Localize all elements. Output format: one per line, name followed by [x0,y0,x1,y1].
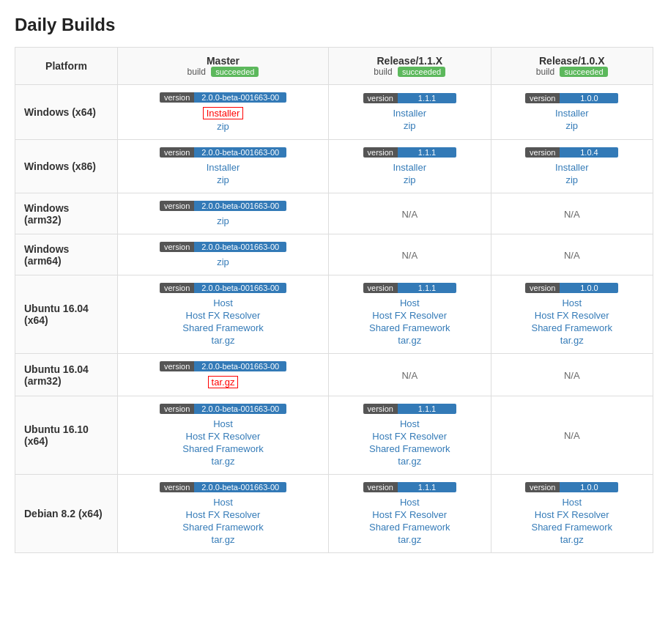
release10x-header: Release/1.0.X build succeeded [491,48,653,85]
download-link[interactable]: Installer [555,162,589,173]
cell-content: version 1.0.4 Installerzip [500,147,645,185]
download-link[interactable]: zip [404,120,416,131]
version-bar: version 2.0.0-beta-001663-00 [160,147,286,158]
download-link[interactable]: zip [217,121,229,132]
download-link[interactable]: zip [404,174,416,185]
links-container: zip [217,215,229,226]
version-label: version [363,147,398,158]
na-label: N/A [401,370,417,381]
version-value: 2.0.0-beta-001663-00 [194,147,286,158]
version-label: version [525,283,560,293]
cell-content: version 2.0.0-beta-001663-00 tar.gz [127,361,319,388]
version-value: 1.0.0 [560,93,618,103]
build-cell: version 2.0.0-beta-001663-00 Installerzi… [118,140,329,193]
links-container: Installerzip [393,162,427,185]
version-bar: version 2.0.0-beta-001663-00 [160,482,286,492]
download-link[interactable]: Host [213,297,233,308]
links-container: tar.gz [208,376,239,388]
release11x-header: Release/1.1.X build succeeded [329,48,491,85]
download-link[interactable]: zip [217,256,229,267]
platform-cell: Debian 8.2 (x64) [15,475,118,553]
platform-cell: Windows (arm32) [15,193,118,234]
na-label: N/A [564,430,580,441]
download-link[interactable]: Host FX Resolver [372,431,447,442]
na-cell: N/A [491,396,653,475]
download-link[interactable]: Host FX Resolver [186,431,261,442]
download-link[interactable]: Host [562,297,582,308]
download-link[interactable]: Installer [393,162,427,173]
download-link[interactable]: tar.gz [208,376,239,388]
cell-content: version 2.0.0-beta-001663-00 HostHost FX… [127,283,319,346]
download-link[interactable]: Host [400,418,420,429]
download-link[interactable]: zip [217,215,229,226]
version-value: 2.0.0-beta-001663-00 [194,283,286,293]
download-link[interactable]: Host FX Resolver [372,509,447,520]
version-label: version [160,147,194,158]
download-link[interactable]: Shared Framework [369,322,450,333]
download-link[interactable]: Host FX Resolver [535,310,609,321]
download-link[interactable]: Shared Framework [531,522,612,533]
download-link[interactable]: tar.gz [212,456,235,467]
download-link[interactable]: Host [400,497,420,508]
links-container: HostHost FX ResolverShared Frameworktar.… [182,297,264,346]
cell-content: version 1.0.0 HostHost FX ResolverShared… [500,482,645,545]
cell-content: version 1.1.1 Installerzip [338,93,481,131]
links-container: Installerzip [203,107,244,132]
download-link[interactable]: tar.gz [212,534,235,545]
download-link[interactable]: Host [400,297,420,308]
links-container: Installerzip [207,162,240,185]
release10x-build-badge: succeeded [560,67,607,77]
links-container: HostHost FX ResolverShared Frameworktar.… [369,297,450,346]
version-value: 1.0.0 [560,283,618,293]
version-value: 1.1.1 [398,283,456,293]
version-label: version [160,404,194,414]
build-cell: version 2.0.0-beta-001663-00 HostHost FX… [118,396,329,475]
version-value: 2.0.0-beta-001663-00 [194,201,286,211]
version-label: version [160,242,194,252]
download-link[interactable]: tar.gz [398,534,421,545]
download-link[interactable]: Host [213,418,233,429]
cell-content: version 2.0.0-beta-001663-00 HostHost FX… [127,404,319,467]
download-link[interactable]: zip [565,120,578,131]
build-cell: version 1.0.0 HostHost FX ResolverShared… [491,275,653,354]
version-label: version [363,93,398,103]
version-value: 1.0.0 [560,482,618,492]
download-link[interactable]: Installer [203,107,244,119]
version-label: version [363,283,398,293]
download-link[interactable]: Shared Framework [531,322,612,333]
download-link[interactable]: zip [217,174,229,185]
download-link[interactable]: tar.gz [398,335,421,346]
download-link[interactable]: Installer [555,108,589,119]
download-link[interactable]: zip [565,174,578,185]
download-link[interactable]: tar.gz [560,534,584,545]
links-container: HostHost FX ResolverShared Frameworktar.… [531,297,612,346]
platform-cell: Ubuntu 16.04 (x64) [15,275,118,354]
download-link[interactable]: Shared Framework [182,443,264,454]
download-link[interactable]: Shared Framework [369,443,450,454]
download-link[interactable]: Host [562,497,582,508]
download-link[interactable]: Shared Framework [182,322,264,333]
download-link[interactable]: Host [213,497,233,508]
download-link[interactable]: Host FX Resolver [372,310,447,321]
cell-content: version 1.1.1 Installerzip [338,147,481,185]
download-link[interactable]: Host FX Resolver [186,509,261,520]
download-link[interactable]: Host FX Resolver [186,310,261,321]
download-link[interactable]: tar.gz [560,335,584,346]
download-link[interactable]: Shared Framework [182,522,264,533]
download-link[interactable]: tar.gz [398,456,421,467]
na-cell: N/A [329,354,491,396]
cell-content: version 1.1.1 HostHost FX ResolverShared… [338,404,481,467]
download-link[interactable]: Installer [207,162,240,173]
na-cell: N/A [491,193,653,234]
download-link[interactable]: Shared Framework [369,522,450,533]
download-link[interactable]: Host FX Resolver [535,509,609,520]
version-bar: version 1.1.1 [363,147,456,158]
version-value: 1.1.1 [398,404,456,414]
version-value: 1.0.4 [560,147,618,158]
build-cell: version 1.1.1 HostHost FX ResolverShared… [329,396,491,475]
table-row: Debian 8.2 (x64) version 2.0.0-beta-0016… [15,475,653,553]
download-link[interactable]: Installer [393,108,427,119]
download-link[interactable]: tar.gz [212,335,235,346]
version-bar: version 1.1.1 [363,482,456,492]
table-row: Ubuntu 16.04 (x64) version 2.0.0-beta-00… [15,275,653,354]
